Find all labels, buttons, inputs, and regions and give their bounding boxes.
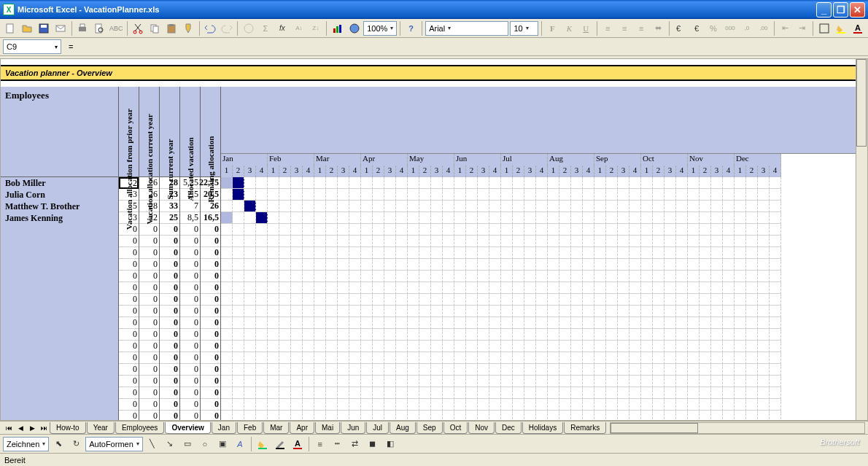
calendar-cell[interactable] [770,399,781,411]
calendar-cell[interactable] [454,341,466,352]
calendar-cell[interactable] [466,399,478,411]
calendar-cell[interactable] [700,399,711,411]
calendar-cell[interactable] [641,212,653,224]
num-cell[interactable]: 0 [180,224,200,236]
calendar-cell[interactable] [478,376,489,387]
calendar-cell[interactable] [454,224,466,236]
calendar-cell[interactable] [676,329,688,341]
num-cell[interactable]: 7 [180,201,200,212]
calendar-cell[interactable] [700,224,711,236]
calendar-cell[interactable] [735,364,746,376]
calendar-cell[interactable] [303,259,314,271]
minimize-button[interactable]: _ [816,2,832,18]
calendar-cell[interactable] [711,212,723,224]
num-cell[interactable]: 0 [160,236,179,247]
num-cell[interactable]: 0 [180,236,200,247]
calendar-cell[interactable] [524,247,536,259]
formula-input[interactable] [80,40,865,53]
calendar-cell[interactable] [384,224,396,236]
employee-name[interactable] [1,271,118,282]
calendar-cell[interactable] [583,306,594,317]
calendar-cell[interactable] [583,247,594,259]
calendar-cell[interactable] [735,247,746,259]
calendar-cell[interactable] [735,224,746,236]
calendar-cell[interactable] [770,341,781,352]
percent-icon[interactable]: % [706,20,721,36]
calendar-cell[interactable] [419,306,431,317]
dec-decimal-icon[interactable]: ,00 [756,20,771,36]
calendar-cell[interactable] [396,236,408,247]
calendar-cell[interactable] [746,329,758,341]
calendar-cell[interactable] [559,294,571,306]
calendar-cell[interactable] [408,271,419,282]
calendar-cell[interactable] [338,329,349,341]
calendar-cell[interactable] [594,294,606,306]
calendar-cell[interactable] [700,411,711,420]
calendar-cell[interactable] [384,189,396,201]
employee-name[interactable] [1,329,118,341]
num-cell[interactable]: 0 [139,364,159,376]
calendar-cell[interactable] [244,376,256,387]
calendar-cell[interactable] [396,259,408,271]
calendar-cell[interactable] [723,224,735,236]
calendar-cell[interactable] [314,329,326,341]
calendar-cell[interactable] [618,177,629,189]
calendar-cell[interactable] [489,177,501,189]
zoom-select[interactable]: 100% [363,21,397,36]
num-cell[interactable]: 0 [201,352,220,364]
calendar-cell[interactable] [489,341,501,352]
calendar-cell[interactable] [688,177,700,189]
calendar-cell[interactable] [594,306,606,317]
calendar-cell[interactable] [501,271,513,282]
calendar-cell[interactable] [291,387,303,399]
calendar-cell[interactable] [338,411,349,420]
calendar-cell[interactable] [384,317,396,329]
num-cell[interactable]: 0 [160,341,179,352]
calendar-cell[interactable] [524,224,536,236]
calendar-cell[interactable] [384,399,396,411]
calendar-cell[interactable] [279,399,291,411]
calendar-cell[interactable] [688,189,700,201]
calendar-cell[interactable] [653,201,664,212]
calendar-cell[interactable] [338,282,349,294]
calendar-cell[interactable] [454,411,466,420]
calendar-cell[interactable] [443,177,454,189]
calendar-cell[interactable] [396,341,408,352]
calendar-cell[interactable] [746,224,758,236]
calendar-cell[interactable] [676,247,688,259]
calendar-cell[interactable] [559,329,571,341]
calendar-cell[interactable] [256,212,268,224]
calendar-cell[interactable] [349,236,361,247]
calendar-cell[interactable] [548,411,559,420]
calendar-cell[interactable] [233,364,244,376]
calendar-cell[interactable] [513,306,524,317]
calendar-cell[interactable] [641,387,653,399]
print-icon[interactable] [75,20,90,36]
calendar-cell[interactable] [279,236,291,247]
calendar-cell[interactable] [443,247,454,259]
calendar-cell[interactable] [688,247,700,259]
calendar-cell[interactable] [501,247,513,259]
calendar-cell[interactable] [676,352,688,364]
calendar-cell[interactable] [536,189,548,201]
calendar-cell[interactable] [641,364,653,376]
calendar-cell[interactable] [524,259,536,271]
calendar-cell[interactable] [559,212,571,224]
merge-icon[interactable]: ⬌ [651,20,666,36]
calendar-cell[interactable] [758,189,770,201]
calendar-cell[interactable] [735,236,746,247]
calendar-cell[interactable] [384,236,396,247]
calendar-cell[interactable] [303,376,314,387]
calendar-cell[interactable] [373,294,384,306]
calendar-cell[interactable] [396,247,408,259]
calendar-cell[interactable] [279,317,291,329]
calendar-cell[interactable] [291,341,303,352]
calendar-cell[interactable] [688,317,700,329]
font-color-draw-icon[interactable]: A [290,436,306,452]
num-cell[interactable]: 0 [160,271,179,282]
calendar-cell[interactable] [653,294,664,306]
calendar-cell[interactable] [408,317,419,329]
calendar-cell[interactable] [641,306,653,317]
calendar-cell[interactable] [664,189,676,201]
draw-menu[interactable]: Zeichnen [3,437,49,451]
